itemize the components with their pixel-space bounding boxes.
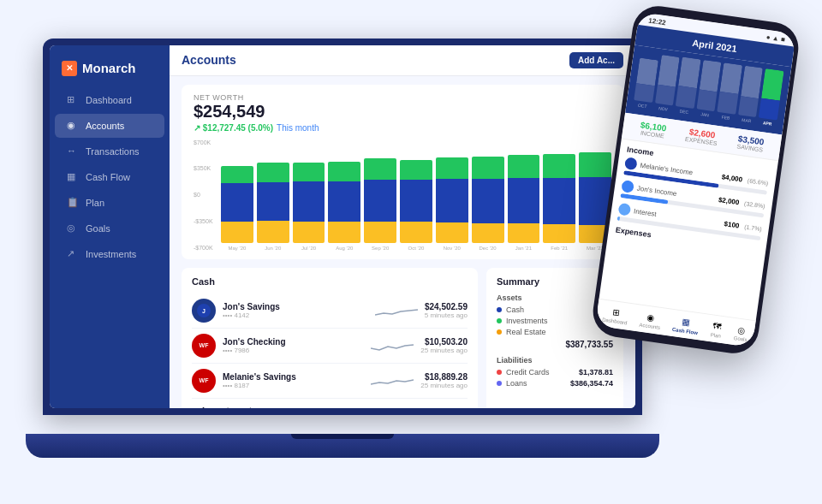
melanies-icon <box>624 157 638 170</box>
creditcards-amount: $1,378.81 <box>579 368 613 377</box>
phone-bar-month-label: OCT <box>638 102 647 108</box>
investments-section: Investments <box>192 399 468 408</box>
bar-investments <box>436 157 468 179</box>
realestate-label: Real Estate <box>506 328 613 336</box>
bar-label: Sep '20 <box>372 246 389 251</box>
melanies-amount: $4,000 <box>695 169 742 182</box>
cash-section-title: Cash <box>192 276 468 287</box>
loans-dot <box>497 381 502 386</box>
jons-icon <box>621 180 634 193</box>
transactions-icon: ↔ <box>67 145 79 157</box>
phone-time: 12:22 <box>648 16 667 27</box>
loans-amount: $386,354.74 <box>570 379 613 388</box>
phone-bar-income <box>658 55 680 87</box>
sidebar-item-cashflow[interactable]: ▦ Cash Flow <box>55 165 164 189</box>
phone-nav-plan[interactable]: 🗺 Plan <box>709 319 724 339</box>
sidebar-nav: ⊞ Dashboard ◉ Accounts ↔ Transactions <box>50 88 170 266</box>
phone-bar-expense <box>696 89 718 111</box>
phone-nav-dashboard[interactable]: ⊞ Dashboard <box>602 304 629 325</box>
creditcards-label: Credit Cards <box>506 368 575 377</box>
sidebar-item-dashboard[interactable]: ⊞ Dashboard <box>55 88 164 112</box>
phone-nav-plan-icon: 🗺 <box>710 319 724 333</box>
phone-bar-stacked <box>678 56 700 88</box>
y-label-700k: $700K <box>194 139 213 145</box>
bar-group: Dec '20 <box>472 139 504 251</box>
phone-icons: ● ▲ ■ <box>765 33 785 43</box>
jons-label: Jon's Income <box>636 184 677 197</box>
bar-investments <box>328 162 360 181</box>
sparkline-jons-savings <box>375 301 418 320</box>
phone-bar-expense <box>738 96 759 117</box>
phone-content: Income Melanie's Income $4,000 (65.6%) <box>599 139 778 320</box>
bar-group: Nov '20 <box>436 139 468 251</box>
sidebar-item-accounts[interactable]: ◉ Accounts <box>55 114 164 138</box>
bar-stacked <box>221 166 253 222</box>
account-amount: $10,503.20 <box>420 337 468 347</box>
account-icon-jons-checking: WF <box>192 334 216 358</box>
phone-bar-expense <box>718 91 739 114</box>
bar-stacked <box>400 160 432 222</box>
sidebar-item-investments[interactable]: ↗ Investments <box>55 242 164 266</box>
phone-bar-expense <box>676 86 697 109</box>
bar-investments <box>543 154 575 178</box>
account-right-melanies-savings: $18,889.28 25 minutes ago <box>420 372 468 389</box>
cash-dot <box>497 307 502 312</box>
interest-pct: (1.7%) <box>744 222 762 231</box>
account-icon-melanies-savings: WF <box>192 369 216 393</box>
phone-nav-goals[interactable]: ◎ Goals <box>733 323 748 342</box>
phone-bar-month-label: FEB <box>721 114 730 120</box>
bar-investments <box>364 158 396 180</box>
page-title: Accounts <box>182 53 236 67</box>
bar-liabilities <box>508 223 540 243</box>
phone-bar-stacked <box>741 65 763 98</box>
goals-icon: ◎ <box>67 222 79 234</box>
sidebar-item-label: Goals <box>86 223 110 234</box>
phone-bar-stacked <box>699 59 721 92</box>
summary-item-loans: Loans $386,354.74 <box>497 379 613 388</box>
sidebar-logo: ✕ Monarch <box>50 56 170 88</box>
bar-group: Jan '21 <box>508 139 540 251</box>
bar-label: Feb '21 <box>551 246 568 251</box>
account-icon-jons-savings: J <box>192 299 216 323</box>
sidebar-item-goals[interactable]: ◎ Goals <box>55 216 164 240</box>
net-worth-value: $254,549 <box>194 102 611 122</box>
sparkline-melanies-savings <box>371 371 414 390</box>
phone-bar-stacked <box>636 57 658 86</box>
phone-bar-expense <box>655 84 676 105</box>
bar-group: Jul '20 <box>293 139 325 251</box>
interest-bar-fill <box>616 216 620 220</box>
sidebar-item-plan[interactable]: 📋 Plan <box>55 191 164 215</box>
bar-group: Jun '20 <box>257 139 289 251</box>
laptop-screen-border: ✕ Monarch ⊞ Dashboard ◉ Accounts <box>43 39 642 415</box>
phone-nav-accounts-icon: ◉ <box>644 310 658 323</box>
content-area: NET WORTH $254,549 ↗ $12,727.45 (5.0%) T… <box>170 76 635 408</box>
account-name: Melanie's Savings <box>223 372 364 382</box>
account-time: 5 minutes ago <box>425 311 468 319</box>
phone-nav-cashflow[interactable]: ▦ Cash Flow <box>672 314 700 335</box>
phone-nav-accounts[interactable]: ◉ Accounts <box>639 309 662 329</box>
bar-liabilities <box>472 223 504 243</box>
phone-nav-dashboard-icon: ⊞ <box>609 305 622 318</box>
accounts-row: Cash J Jon's Savings •••• 4142 <box>182 268 623 408</box>
liabilities-label: Liabilities <box>497 356 613 365</box>
phone-bar-month-label: DEC <box>679 108 688 114</box>
bar-group: May '20 <box>221 139 253 251</box>
bar-stacked <box>472 157 504 223</box>
logo-icon: ✕ <box>62 61 77 76</box>
bar-stacked <box>508 155 540 223</box>
scene: ✕ Monarch ⊞ Dashboard ◉ Accounts <box>43 13 779 492</box>
bar-label: May '20 <box>228 246 246 251</box>
account-item-jons-savings: J Jon's Savings •••• 4142 <box>192 294 468 329</box>
phone-nav-goals-icon: ◎ <box>735 323 748 336</box>
account-amount: $18,889.28 <box>420 372 468 382</box>
phone-bar-income <box>636 57 658 86</box>
add-account-button[interactable]: Add Ac... <box>569 52 623 68</box>
account-info-jons-checking: Jon's Checking •••• 7986 <box>223 337 364 354</box>
bar-label: Jan '21 <box>515 246 532 251</box>
account-amount: $24,502.59 <box>425 302 468 311</box>
y-label-neg700k: -$700K <box>194 245 213 251</box>
jons-pct: (32.8%) <box>744 199 765 208</box>
bar-label: Jun '20 <box>265 246 281 251</box>
net-worth-change: ↗ $12,727.45 (5.0%) This month <box>194 123 611 133</box>
sidebar-item-transactions[interactable]: ↔ Transactions <box>55 139 164 163</box>
